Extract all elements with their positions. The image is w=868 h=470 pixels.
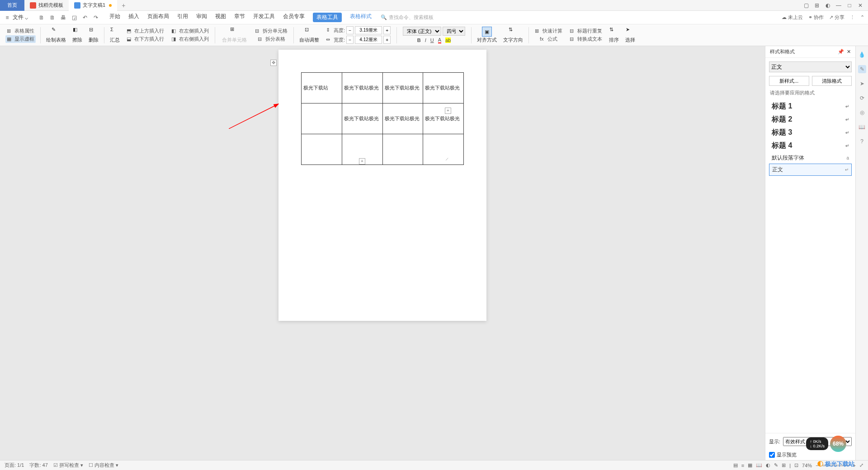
merge-button[interactable]: ⊞合并单元格 [218, 25, 251, 45]
height-input[interactable] [355, 26, 382, 34]
style-h1[interactable]: 标题 1↵ [769, 100, 852, 113]
underline-button[interactable]: U [430, 38, 434, 43]
menu-tab-layout[interactable]: 页面布局 [147, 13, 169, 22]
insert-right-button[interactable]: ◨在右侧插入列 [170, 35, 210, 43]
doc-table[interactable]: 极光下载站 极光下载站极光 极光下载站极光 极光下载站极光 极光下载站极光 极光… [301, 72, 464, 165]
eyedropper-icon[interactable]: 💧 [858, 51, 866, 59]
pen-icon[interactable]: ✎ [774, 462, 778, 468]
table-cell[interactable] [302, 134, 342, 165]
bold-button[interactable]: B [417, 38, 421, 43]
doc-area[interactable]: ✥ 极光下载站 极光下载站极光 极光下载站极光 极光下载站极光 极光下载站极光 … [0, 46, 765, 460]
menu-tab-dev[interactable]: 开发工具 [253, 13, 275, 22]
menu-tab-refs[interactable]: 引用 [177, 13, 188, 22]
brush-icon[interactable]: ✎ [858, 65, 866, 73]
refresh-icon[interactable]: ⟳ [858, 94, 866, 102]
new-style-button[interactable]: 新样式... [769, 76, 809, 86]
view-mode-2-icon[interactable]: ≡ [741, 463, 744, 468]
font-size-select[interactable]: 四号 [443, 27, 465, 36]
style-h2[interactable]: 标题 2↵ [769, 113, 852, 126]
menu-tab-table-tools[interactable]: 表格工具 [313, 13, 342, 22]
to-text-button[interactable]: ⊟转换成文本 [568, 35, 604, 43]
width-plus[interactable]: + [383, 36, 391, 44]
table-cell[interactable]: 极光下载站 [302, 73, 342, 103]
undo-icon[interactable]: ↶ [81, 14, 89, 21]
zoom-level[interactable]: 74% [802, 463, 812, 468]
highlight-button[interactable]: ab [445, 38, 451, 43]
height-minus[interactable]: − [346, 26, 354, 34]
menu-icon[interactable]: ≡ [4, 14, 11, 21]
file-menu[interactable]: 文件 ⌵ [13, 14, 28, 21]
table-cell[interactable]: 极光下载站极光 [423, 103, 464, 134]
menu-tab-view[interactable]: 视图 [215, 13, 226, 22]
collapse-icon[interactable]: ⌃ [860, 14, 864, 20]
delete-button[interactable]: ⊟删除 [86, 26, 101, 44]
print-preview-icon[interactable]: ◲ [71, 14, 78, 21]
select-button[interactable]: ➤选择 [623, 26, 638, 44]
tab-add-button[interactable]: + [117, 2, 130, 9]
draw-table-button[interactable]: ✎绘制表格 [43, 26, 69, 44]
table-cell[interactable]: 极光下载站极光 [423, 73, 464, 103]
page-status[interactable]: 页面: 1/1 [5, 462, 24, 469]
quick-calc-button[interactable]: ⊞快速计算 [533, 27, 564, 35]
width-input[interactable] [355, 36, 382, 44]
sort-button[interactable]: ⇅排序 [606, 26, 622, 44]
expand-icon[interactable]: ⤢ [859, 462, 863, 468]
view-mode-1-icon[interactable]: ▤ [733, 462, 738, 468]
table-move-handle[interactable]: ✥ [270, 60, 277, 66]
table-cell[interactable]: 极光下载站极光 [342, 103, 382, 134]
show-border-button[interactable]: ▦显示虚框 [5, 35, 36, 43]
italic-button[interactable]: I [425, 38, 426, 43]
menu-tab-start[interactable]: 开始 [109, 13, 120, 22]
pin-icon[interactable]: 📌 [838, 49, 844, 55]
redo-icon[interactable]: ↷ [92, 14, 99, 21]
menu-tab-chapter[interactable]: 章节 [234, 13, 245, 22]
view-mode-3-icon[interactable]: ▦ [748, 462, 752, 468]
height-plus[interactable]: + [383, 26, 391, 34]
skin-icon[interactable]: ◐ [824, 1, 832, 9]
table-cell[interactable] [423, 134, 464, 165]
view-mode-5-icon[interactable]: ◐ [766, 462, 770, 468]
content-check[interactable]: ☐ 内容检查 ▾ [89, 462, 118, 469]
align-button[interactable]: ▣ 对齐方式 [474, 26, 500, 44]
resize-handle[interactable]: ⟋ [444, 156, 450, 163]
share-button[interactable]: ↗ 分享 [829, 14, 844, 21]
save-icon[interactable]: 🗎 [38, 14, 45, 21]
preview-checkbox[interactable] [769, 452, 775, 458]
close-panel-icon[interactable]: ✕ [847, 49, 851, 55]
collab-button[interactable]: ⚭ 协作 [808, 14, 824, 21]
style-body[interactable]: 正文↵ [769, 164, 852, 176]
minimize-button[interactable]: — [835, 1, 843, 9]
book-icon[interactable]: 📖 [858, 123, 866, 131]
clear-format-button[interactable]: 清除格式 [812, 76, 852, 86]
menu-tab-table-style[interactable]: 表格样式 [350, 13, 372, 22]
header-repeat-button[interactable]: ⊟标题行重复 [568, 27, 604, 35]
style-default-font[interactable]: 默认段落字体a [769, 152, 852, 164]
font-color-button[interactable]: A [438, 37, 441, 43]
save-as-icon[interactable]: 🗎 [49, 14, 56, 21]
word-count[interactable]: 字数: 47 [29, 462, 47, 469]
more-icon[interactable]: ⋮ [850, 14, 855, 20]
view-mode-4-icon[interactable]: 📖 [756, 462, 762, 468]
tab-home[interactable]: 首页 [0, 0, 24, 11]
style-h3[interactable]: 标题 3↵ [769, 126, 852, 139]
print-icon[interactable]: 🖶 [60, 14, 67, 21]
style-h4[interactable]: 标题 4↵ [769, 139, 852, 152]
apps-icon[interactable]: ⊞ [813, 1, 821, 9]
menu-tab-review[interactable]: 审阅 [196, 13, 207, 22]
add-col-handle[interactable]: + [445, 108, 451, 114]
tab-doc[interactable]: 文字文稿1 [69, 0, 117, 11]
menu-tab-vip[interactable]: 会员专享 [283, 13, 305, 22]
close-button[interactable]: ✕ [856, 1, 864, 9]
table-cell[interactable]: 极光下载站极光 [382, 73, 423, 103]
insert-above-button[interactable]: ⬒在上方插入行 [125, 27, 165, 35]
search-box[interactable]: 🔍 查找命令、搜索模板 [381, 14, 434, 21]
tab-template[interactable]: 找稻壳模板 [24, 0, 69, 11]
grid-icon[interactable]: ⊞ [782, 462, 786, 468]
add-row-handle[interactable]: + [359, 158, 365, 164]
table-cell[interactable]: 极光下载站极光 [342, 73, 382, 103]
table-cell[interactable]: 极光下载站极光 [382, 103, 423, 134]
auto-adjust-button[interactable]: ⊡自动调整 [297, 26, 322, 44]
insert-left-button[interactable]: ◧在左侧插入列 [170, 27, 210, 35]
text-dir-button[interactable]: ⇅文字方向 [500, 26, 526, 44]
table-props-button[interactable]: ⊞表格属性 [5, 27, 36, 35]
